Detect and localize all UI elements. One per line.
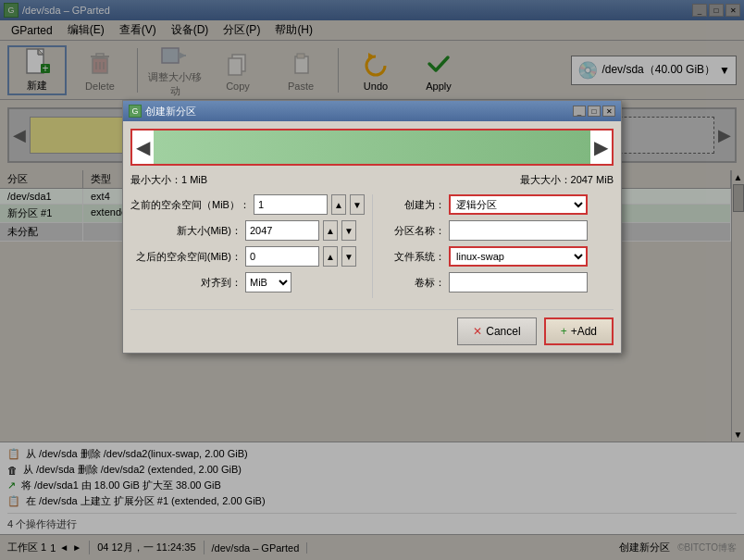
dialog-title-text: 创建新分区 <box>145 105 196 118</box>
new-size-up[interactable]: ▲ <box>323 220 338 241</box>
create-partition-dialog: G 创建新分区 _ □ ✕ ◀ ▶ 最小大小：1 MiB 最大大小：2047 M… <box>122 100 622 354</box>
align-row: 对齐到： MiB Cylinder None <box>130 272 365 292</box>
max-size-label: 最大大小：2047 MiB <box>520 173 614 187</box>
label-label: 卷标： <box>380 276 445 290</box>
new-size-label: 新大小(MiB)： <box>130 224 242 238</box>
add-button[interactable]: + +Add <box>544 317 614 345</box>
new-size-input[interactable] <box>245 220 319 241</box>
after-space-row: 之后的空余空间(MiB)： ▲ ▼ <box>130 246 365 267</box>
new-size-down[interactable]: ▼ <box>341 220 356 241</box>
before-space-up[interactable]: ▲ <box>331 194 346 215</box>
dialog-body: ◀ ▶ 最小大小：1 MiB 最大大小：2047 MiB 之前的空余空间（MiB… <box>123 121 621 353</box>
form-left-column: 之前的空余空间（MiB）： ▲ ▼ 新大小(MiB)： ▲ ▼ 之后的空余空间(… <box>130 194 372 298</box>
cancel-button[interactable]: ✕ Cancel <box>457 317 536 345</box>
form-right-column: 创建为： 主分区 逻辑分区 扩展分区 分区名称： 文件系统： <box>372 194 614 298</box>
dialog-close-button[interactable]: ✕ <box>602 106 615 117</box>
dialog-buttons: ✕ Cancel + +Add <box>130 309 614 345</box>
size-bar-fill <box>154 131 590 164</box>
before-space-row: 之前的空余空间（MiB）： ▲ ▼ <box>130 194 365 215</box>
new-size-row: 新大小(MiB)： ▲ ▼ <box>130 220 365 241</box>
partition-name-row: 分区名称： <box>380 220 614 241</box>
size-info-row: 最小大小：1 MiB 最大大小：2047 MiB <box>130 173 614 187</box>
size-arrow-right[interactable]: ▶ <box>590 136 612 158</box>
before-space-down[interactable]: ▼ <box>350 194 365 215</box>
partition-name-label: 分区名称： <box>380 224 445 238</box>
partition-size-bar: ◀ ▶ <box>130 129 614 166</box>
cancel-label: Cancel <box>486 325 520 338</box>
dialog-title-bar: G 创建新分区 _ □ ✕ <box>123 101 621 121</box>
add-label: +Add <box>571 325 597 338</box>
cancel-icon: ✕ <box>473 325 482 338</box>
dialog-maximize-button[interactable]: □ <box>588 106 601 117</box>
filesystem-row: 文件系统： ext4 ext3 fat32 ntfs linux-swap bt… <box>380 246 614 267</box>
dialog-overlay: G 创建新分区 _ □ ✕ ◀ ▶ 最小大小：1 MiB 最大大小：2047 M… <box>0 0 744 560</box>
partition-name-input[interactable] <box>449 220 588 241</box>
label-input[interactable] <box>449 272 588 292</box>
after-space-down[interactable]: ▼ <box>341 246 356 267</box>
before-space-input[interactable] <box>254 194 328 215</box>
after-space-input[interactable] <box>245 246 319 267</box>
after-space-label: 之后的空余空间(MiB)： <box>130 250 242 264</box>
align-select[interactable]: MiB Cylinder None <box>245 272 291 292</box>
before-space-label: 之前的空余空间（MiB）： <box>130 198 250 212</box>
create-as-select[interactable]: 主分区 逻辑分区 扩展分区 <box>449 194 588 215</box>
min-size-label: 最小大小：1 MiB <box>130 173 207 187</box>
align-label: 对齐到： <box>130 276 242 290</box>
create-as-row: 创建为： 主分区 逻辑分区 扩展分区 <box>380 194 614 215</box>
filesystem-select[interactable]: ext4 ext3 fat32 ntfs linux-swap btrfs <box>449 246 588 267</box>
filesystem-label: 文件系统： <box>380 250 445 264</box>
after-space-up[interactable]: ▲ <box>323 246 338 267</box>
create-as-label: 创建为： <box>380 198 445 212</box>
form-grid: 之前的空余空间（MiB）： ▲ ▼ 新大小(MiB)： ▲ ▼ 之后的空余空间(… <box>130 194 614 298</box>
dialog-icon: G <box>129 105 142 118</box>
size-arrow-left[interactable]: ◀ <box>132 136 154 158</box>
add-icon: + <box>561 325 567 338</box>
dialog-minimize-button[interactable]: _ <box>573 106 586 117</box>
label-row: 卷标： <box>380 272 614 292</box>
